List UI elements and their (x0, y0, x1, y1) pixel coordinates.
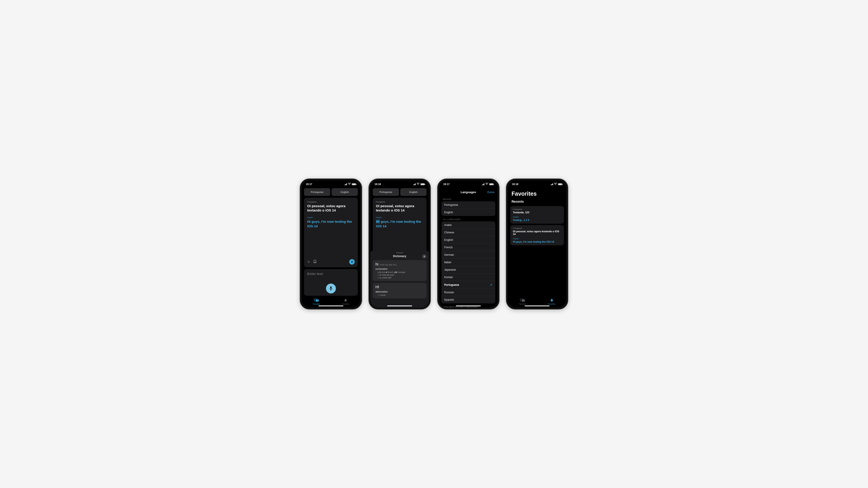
dictionary-title: Dictionary (393, 255, 406, 258)
favorite-card[interactable]: PortugueseTestando, 123EnglishTesting , … (510, 206, 564, 224)
status-time: 19:17 (306, 183, 312, 186)
home-indicator[interactable] (318, 305, 343, 306)
part-of-speech: abbreviation (375, 291, 424, 293)
source-lang-selector[interactable]: Portuguese (373, 188, 399, 196)
section-header-recent: RECENT (439, 196, 498, 201)
language-row[interactable]: Chinese (441, 229, 495, 236)
star-icon (549, 298, 554, 302)
language-row[interactable]: Russian (441, 289, 495, 296)
text-input-card[interactable]: Enter text (304, 269, 358, 296)
language-row[interactable]: Spanish (441, 296, 495, 303)
wifi-icon (554, 183, 557, 186)
home-indicator[interactable] (525, 305, 550, 306)
phone-languages: 19:17 Languages Done RECENT PortugueseEn… (437, 178, 500, 310)
languages-header: Languages Done (439, 188, 498, 196)
wifi-icon (348, 183, 351, 186)
battery-icon (352, 183, 356, 185)
src-text: Oi pessoal, estou agora testando o iOS 1… (513, 230, 561, 235)
target-text: Hi guys, I'm now testing the iOS 14 (307, 219, 355, 228)
phone-translate-main: 19:17 Portuguese English Portuguese Oi p… (300, 178, 362, 310)
target-lang-label: English (307, 217, 355, 219)
tgt-text: Testing , 1 2 3 (513, 219, 561, 221)
phone-translate-dictionary: 19:18 Portuguese English Portuguese Oi p… (368, 178, 431, 310)
pause-icon (351, 261, 353, 263)
microphone-icon (329, 286, 333, 291)
svg-rect-0 (330, 287, 331, 289)
tgt-lang-label: English (513, 216, 561, 218)
dictionary-panel: Dictionary ✕ hi | AmE haɪ, BrE hʌɪ | exc… (370, 251, 429, 307)
source-lang-label: Portuguese (376, 201, 423, 203)
translation-card: Portuguese Oi pessoal, estou agora testa… (304, 198, 358, 267)
input-placeholder: Enter text (304, 272, 358, 275)
pronunciation: | AmE haɪ, BrE hʌɪ | (379, 264, 397, 266)
target-lang-label: English (376, 217, 423, 219)
source-lang-selector[interactable]: Portuguese (304, 188, 330, 196)
battery-icon (489, 183, 493, 185)
home-indicator[interactable] (456, 305, 481, 306)
part-of-speech: exclamation (375, 268, 424, 270)
highlighted-word[interactable]: Hi (376, 220, 380, 223)
section-header-all: ALL LANGUAGES (439, 216, 498, 221)
language-row[interactable]: Italian (441, 259, 495, 266)
phone-favorites: 19:18 Favorites Recents PortugueseTestan… (506, 178, 568, 310)
source-lang-label: Portuguese (307, 201, 355, 203)
svg-text:A: A (521, 299, 522, 301)
favorite-star-icon[interactable]: ☆ (307, 260, 310, 264)
language-row[interactable]: Portuguese (441, 201, 495, 209)
battery-icon (558, 183, 562, 185)
section-header-recents: Recents (508, 197, 566, 205)
target-lang-selector[interactable]: English (332, 188, 358, 196)
status-time: 19:18 (375, 183, 381, 186)
translate-icon: A文 (314, 298, 319, 302)
headword: hi (375, 262, 378, 266)
language-row[interactable]: Portuguese✓ (441, 281, 495, 289)
sheet-grabber[interactable] (396, 252, 403, 253)
tgt-text: Hi guys, I'm now testing the iOS 14 (513, 240, 561, 243)
status-time: 19:18 (512, 183, 518, 186)
page-title: Favorites (508, 188, 566, 197)
language-row[interactable]: German (441, 251, 495, 259)
language-row[interactable]: Korean (441, 273, 495, 281)
target-text: Hi guys, I'm now testing the iOS 14 (376, 219, 423, 228)
src-text: Testando, 123 (513, 211, 561, 214)
checkmark-icon: ✓ (490, 283, 493, 287)
definition-line: = Hawaii (375, 294, 424, 296)
wifi-icon (485, 183, 488, 186)
translate-icon: A文 (520, 298, 525, 302)
headword: HI (375, 285, 379, 289)
signal-icon (413, 183, 416, 185)
signal-icon (344, 183, 347, 185)
example-en: hi, how are you? (375, 274, 424, 276)
microphone-button[interactable] (326, 284, 336, 293)
language-row[interactable]: English (441, 209, 495, 216)
source-text: Oi pessoal, estou agora testando o iOS 1… (376, 204, 423, 213)
play-pause-button[interactable] (349, 259, 355, 265)
target-lang-selector[interactable]: English (400, 188, 427, 196)
signal-icon (482, 183, 485, 185)
dictionary-entry[interactable]: hi | AmE haɪ, BrE hʌɪ | exclamation info… (373, 260, 427, 281)
tab-translate-label: Translate (519, 303, 526, 305)
dictionary-icon[interactable] (313, 260, 316, 264)
src-lang-label: Portuguese (513, 227, 561, 229)
favorite-card[interactable]: PortugueseOi pessoal, estou agora testan… (510, 225, 564, 246)
status-time: 19:17 (443, 183, 450, 186)
tab-favorites-label: Favorites (548, 303, 555, 305)
star-icon (343, 298, 348, 302)
battery-icon (421, 183, 425, 185)
tgt-lang-label: English (513, 238, 561, 240)
language-row[interactable]: French (441, 244, 495, 251)
language-row[interactable]: English (441, 236, 495, 244)
signal-icon (551, 183, 553, 185)
language-row[interactable]: Arabic (441, 221, 495, 229)
page-title: Languages (461, 191, 476, 194)
home-indicator[interactable] (387, 305, 412, 306)
definition-line: informal oi Brazil, olá Portugal (375, 271, 424, 273)
language-row[interactable]: Japanese (441, 266, 495, 273)
dictionary-entry[interactable]: HI abbreviation = Hawaii (373, 283, 427, 298)
done-button[interactable]: Done (487, 191, 494, 194)
close-button[interactable]: ✕ (422, 254, 427, 259)
source-text: Oi pessoal, estou agora testando o iOS 1… (307, 204, 355, 213)
svg-text:A: A (315, 299, 316, 301)
close-icon: ✕ (423, 255, 426, 258)
src-lang-label: Portuguese (513, 208, 561, 210)
